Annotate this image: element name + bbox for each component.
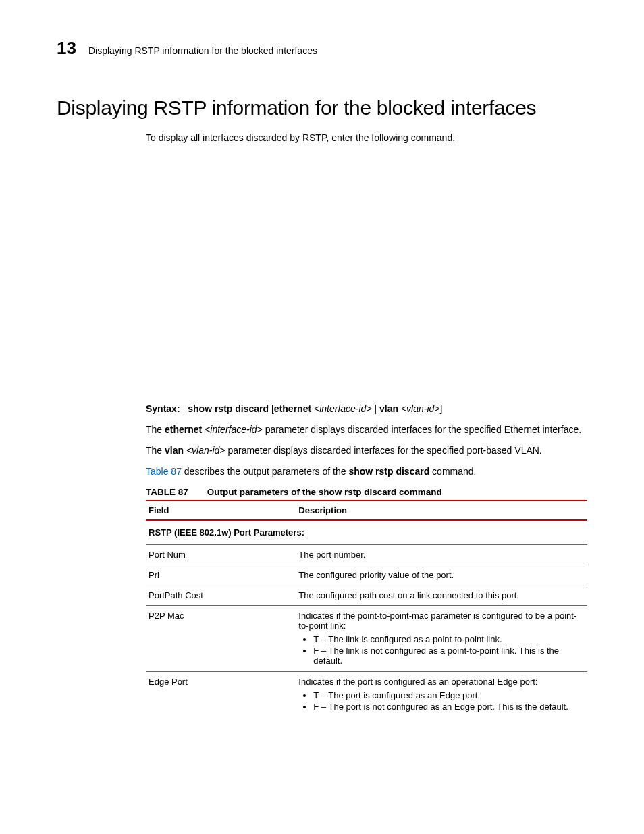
ethernet-paragraph: The ethernet <interface-id> parameter di… [146, 423, 587, 436]
text-run: Indicates if the point-to-point-mac para… [298, 610, 576, 631]
text-italic: <interface-id> [202, 424, 263, 435]
col-header-description: Description [296, 500, 587, 520]
table-row: Edge Port Indicates if the port is confi… [146, 672, 587, 718]
cell-field: Port Num [146, 545, 296, 565]
table-row: PortPath Cost The configured path cost o… [146, 585, 587, 606]
text-bold: vlan [165, 445, 184, 456]
syntax-pipe: | [372, 403, 379, 414]
table-header-row: Field Description [146, 500, 587, 520]
text-run: describes the output parameters of the [182, 466, 348, 477]
syntax-vlan-arg: <vlan-id> [398, 403, 439, 414]
list-item: F – The link is not configured as a poin… [313, 645, 585, 667]
text-run: Indicates if the port is configured as a… [298, 677, 537, 687]
cell-field: Edge Port [146, 672, 296, 718]
text-run: command. [429, 466, 476, 477]
text-italic: <vlan-id> [184, 445, 225, 456]
codeblock-placeholder [146, 153, 587, 402]
body-content: To display all interfaces discarded by R… [146, 132, 587, 717]
cell-field: P2P Mac [146, 606, 296, 672]
syntax-ethernet-keyword: ethernet [274, 403, 311, 414]
cell-desc: Indicates if the point-to-point-mac para… [296, 606, 587, 672]
table-subheader-row: RSTP (IEEE 802.1w) Port Parameters: [146, 520, 587, 545]
cell-desc: The port number. [296, 545, 587, 565]
list-item: F – The port is not configured as an Edg… [313, 701, 585, 712]
syntax-vlan-keyword: vlan [379, 403, 398, 414]
table-row: Port Num The port number. [146, 545, 587, 565]
cell-desc: The configured priority value of the por… [296, 565, 587, 585]
text-bold: show rstp discard [348, 466, 429, 477]
table-xref-link[interactable]: Table 87 [146, 466, 182, 477]
syntax-command: show rstp discard [188, 403, 269, 414]
page: 13 Displaying RSTP information for the b… [0, 0, 644, 758]
col-header-field: Field [146, 500, 296, 520]
parameters-table: Field Description RSTP (IEEE 802.1w) Por… [146, 500, 587, 717]
bullet-list: T – The link is configured as a point-to… [298, 633, 585, 667]
table-row: Pri The configured priority value of the… [146, 565, 587, 585]
text-run: The [146, 424, 165, 435]
cell-desc: Indicates if the port is configured as a… [296, 672, 587, 718]
cell-field: Pri [146, 565, 296, 585]
intro-paragraph: To display all interfaces discarded by R… [146, 132, 587, 145]
table-caption: Output parameters of the show rstp disca… [207, 487, 442, 497]
vlan-paragraph: The vlan <vlan-id> parameter displays di… [146, 444, 587, 457]
table-subheader: RSTP (IEEE 802.1w) Port Parameters: [146, 520, 587, 545]
table-title: TABLE 87Output parameters of the show rs… [146, 487, 587, 497]
syntax-open-bracket: [ [269, 403, 274, 414]
chapter-number: 13 [57, 38, 76, 59]
xref-paragraph: Table 87 describes the output parameters… [146, 465, 587, 478]
text-run: The [146, 445, 165, 456]
text-run: parameter displays discarded interfaces … [225, 445, 542, 456]
text-bold: ethernet [165, 424, 202, 435]
syntax-ethernet-arg: <interface-id> [311, 403, 372, 414]
syntax-line: Syntax: show rstp discard [ethernet <int… [146, 402, 587, 415]
bullet-list: T – The port is configured as an Edge po… [298, 689, 585, 712]
syntax-label: Syntax: [146, 403, 180, 414]
list-item: T – The link is configured as a point-to… [313, 633, 585, 645]
text-run: parameter displays discarded interfaces … [263, 424, 581, 435]
section-heading: Displaying RSTP information for the bloc… [57, 97, 587, 120]
chapter-title: Displaying RSTP information for the bloc… [88, 45, 317, 56]
cell-field: PortPath Cost [146, 585, 296, 606]
list-item: T – The port is configured as an Edge po… [313, 689, 585, 701]
syntax-close-bracket: ] [440, 403, 443, 414]
running-header: 13 Displaying RSTP information for the b… [57, 38, 587, 59]
cell-desc: The configured path cost on a link conne… [296, 585, 587, 606]
table-row: P2P Mac Indicates if the point-to-point-… [146, 606, 587, 672]
table-number: TABLE 87 [146, 487, 188, 497]
